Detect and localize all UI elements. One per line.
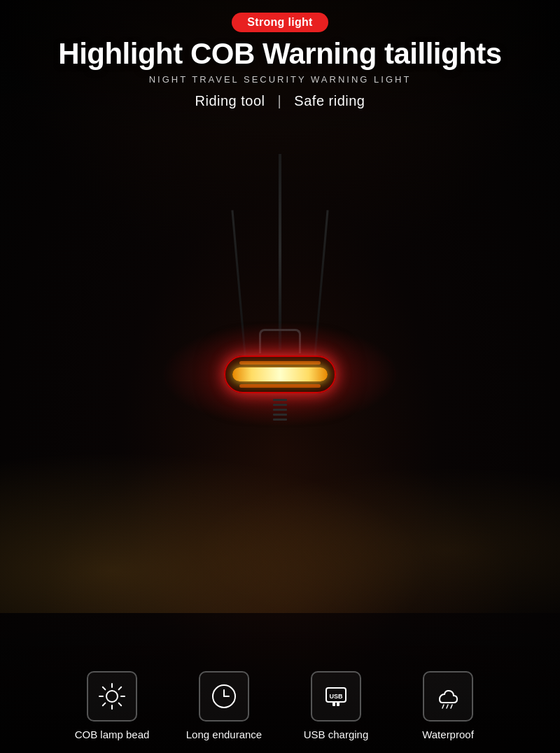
fin-4: [273, 414, 287, 416]
svg-line-6: [119, 703, 122, 706]
waterproof-icon-box: [423, 671, 473, 722]
feature-cob-label: COB lamp bead: [75, 729, 150, 740]
clock-icon: [209, 681, 239, 712]
tagline-left: Riding tool: [195, 93, 265, 108]
taillight-top-strip: [239, 361, 321, 365]
feature-waterproof: Waterproof: [392, 671, 504, 740]
strong-light-badge: Strong light: [232, 13, 328, 32]
svg-line-17: [447, 705, 448, 708]
svg-line-5: [103, 687, 106, 690]
rear-fins: [270, 399, 290, 421]
taillight-body: [224, 356, 336, 393]
fin-3: [273, 409, 287, 411]
usb-icon-box: USB: [311, 671, 361, 722]
header-section: Strong light Highlight COB Warning taill…: [0, 13, 560, 109]
cloud-rain-icon: [433, 681, 463, 712]
bike-frame-center: [279, 154, 281, 350]
main-title: Highlight COB Warning taillights: [0, 38, 560, 70]
features-row: COB lamp bead Long endurance USB: [0, 671, 560, 740]
fin-2: [273, 404, 287, 406]
svg-text:USB: USB: [329, 693, 343, 700]
fin-5: [273, 418, 287, 421]
tagline-right: Safe riding: [294, 93, 365, 108]
feature-endurance-label: Long endurance: [186, 729, 262, 740]
taillight: [217, 350, 343, 399]
tagline: Riding tool | Safe riding: [0, 93, 560, 109]
subtitle: NIGHT TRAVEL SECURITY WARNING LIGHT: [0, 74, 560, 85]
svg-line-18: [451, 705, 452, 708]
svg-point-0: [106, 691, 118, 702]
feature-usb-label: USB charging: [304, 729, 369, 740]
bike-area: [175, 154, 385, 504]
feature-waterproof-label: Waterproof: [422, 729, 474, 740]
taillight-center-light: [232, 367, 328, 381]
page-container: Strong light Highlight COB Warning taill…: [0, 0, 560, 753]
usb-icon: USB: [321, 681, 351, 712]
feature-cob: COB lamp bead: [56, 671, 168, 740]
fin-1: [273, 399, 287, 401]
sun-icon: [97, 681, 127, 712]
svg-line-16: [442, 705, 444, 708]
feature-usb: USB USB charging: [280, 671, 392, 740]
tagline-divider: |: [278, 93, 282, 108]
svg-line-8: [103, 703, 106, 706]
taillight-bottom-strip: [239, 384, 321, 388]
cob-icon-box: [87, 671, 137, 722]
feature-endurance: Long endurance: [168, 671, 280, 740]
svg-rect-15: [337, 702, 340, 706]
svg-rect-14: [332, 702, 335, 706]
endurance-icon-box: [199, 671, 249, 722]
svg-line-7: [119, 687, 122, 690]
